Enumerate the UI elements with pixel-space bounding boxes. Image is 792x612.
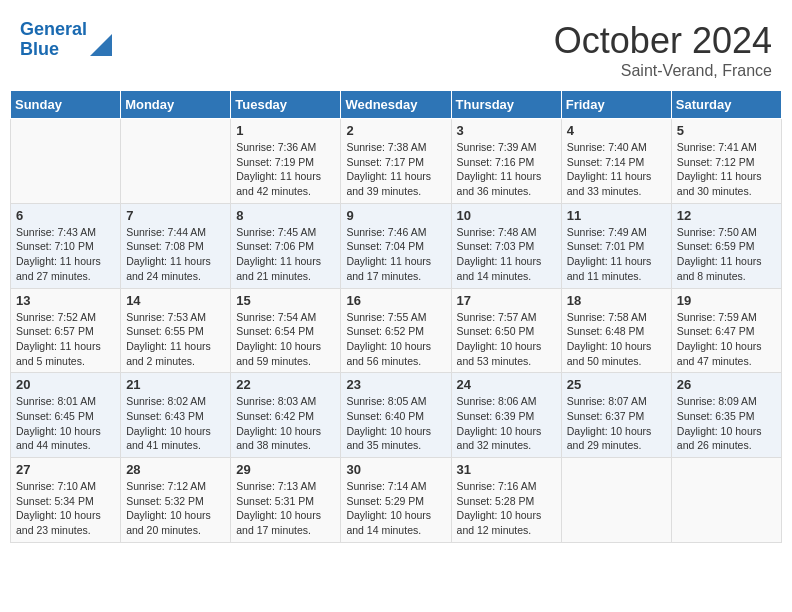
calendar-day-cell: 13Sunrise: 7:52 AM Sunset: 6:57 PM Dayli…	[11, 288, 121, 373]
day-of-week-header: Tuesday	[231, 91, 341, 119]
day-number: 11	[567, 208, 666, 223]
calendar-day-cell: 9Sunrise: 7:46 AM Sunset: 7:04 PM Daylig…	[341, 203, 451, 288]
day-number: 4	[567, 123, 666, 138]
title-block: October 2024 Saint-Verand, France	[554, 20, 772, 80]
logo: GeneralBlue	[20, 20, 112, 60]
day-info: Sunrise: 8:03 AM Sunset: 6:42 PM Dayligh…	[236, 394, 335, 453]
day-info: Sunrise: 8:06 AM Sunset: 6:39 PM Dayligh…	[457, 394, 556, 453]
day-number: 13	[16, 293, 115, 308]
day-of-week-header: Thursday	[451, 91, 561, 119]
day-number: 29	[236, 462, 335, 477]
day-of-week-header: Friday	[561, 91, 671, 119]
day-of-week-header: Saturday	[671, 91, 781, 119]
day-number: 25	[567, 377, 666, 392]
day-number: 18	[567, 293, 666, 308]
calendar-day-cell: 30Sunrise: 7:14 AM Sunset: 5:29 PM Dayli…	[341, 458, 451, 543]
day-number: 6	[16, 208, 115, 223]
day-number: 16	[346, 293, 445, 308]
day-number: 7	[126, 208, 225, 223]
page-header: GeneralBlue October 2024 Saint-Verand, F…	[10, 10, 782, 85]
day-info: Sunrise: 7:52 AM Sunset: 6:57 PM Dayligh…	[16, 310, 115, 369]
day-info: Sunrise: 7:54 AM Sunset: 6:54 PM Dayligh…	[236, 310, 335, 369]
day-number: 24	[457, 377, 556, 392]
day-info: Sunrise: 7:13 AM Sunset: 5:31 PM Dayligh…	[236, 479, 335, 538]
calendar-day-cell: 20Sunrise: 8:01 AM Sunset: 6:45 PM Dayli…	[11, 373, 121, 458]
page-subtitle: Saint-Verand, France	[554, 62, 772, 80]
day-number: 26	[677, 377, 776, 392]
day-info: Sunrise: 7:12 AM Sunset: 5:32 PM Dayligh…	[126, 479, 225, 538]
calendar-day-cell: 25Sunrise: 8:07 AM Sunset: 6:37 PM Dayli…	[561, 373, 671, 458]
day-info: Sunrise: 7:44 AM Sunset: 7:08 PM Dayligh…	[126, 225, 225, 284]
day-info: Sunrise: 7:14 AM Sunset: 5:29 PM Dayligh…	[346, 479, 445, 538]
calendar-day-cell: 10Sunrise: 7:48 AM Sunset: 7:03 PM Dayli…	[451, 203, 561, 288]
calendar-day-cell: 16Sunrise: 7:55 AM Sunset: 6:52 PM Dayli…	[341, 288, 451, 373]
calendar-day-cell: 18Sunrise: 7:58 AM Sunset: 6:48 PM Dayli…	[561, 288, 671, 373]
day-info: Sunrise: 8:09 AM Sunset: 6:35 PM Dayligh…	[677, 394, 776, 453]
calendar-day-cell: 6Sunrise: 7:43 AM Sunset: 7:10 PM Daylig…	[11, 203, 121, 288]
day-info: Sunrise: 7:45 AM Sunset: 7:06 PM Dayligh…	[236, 225, 335, 284]
svg-marker-0	[90, 34, 112, 56]
day-number: 27	[16, 462, 115, 477]
day-number: 8	[236, 208, 335, 223]
day-info: Sunrise: 7:53 AM Sunset: 6:55 PM Dayligh…	[126, 310, 225, 369]
day-number: 3	[457, 123, 556, 138]
calendar-day-cell: 15Sunrise: 7:54 AM Sunset: 6:54 PM Dayli…	[231, 288, 341, 373]
day-info: Sunrise: 7:48 AM Sunset: 7:03 PM Dayligh…	[457, 225, 556, 284]
day-number: 15	[236, 293, 335, 308]
calendar-day-cell: 21Sunrise: 8:02 AM Sunset: 6:43 PM Dayli…	[121, 373, 231, 458]
day-number: 2	[346, 123, 445, 138]
day-number: 1	[236, 123, 335, 138]
day-info: Sunrise: 7:40 AM Sunset: 7:14 PM Dayligh…	[567, 140, 666, 199]
calendar-day-cell	[11, 119, 121, 204]
calendar-day-cell: 27Sunrise: 7:10 AM Sunset: 5:34 PM Dayli…	[11, 458, 121, 543]
day-info: Sunrise: 7:46 AM Sunset: 7:04 PM Dayligh…	[346, 225, 445, 284]
calendar-day-cell: 8Sunrise: 7:45 AM Sunset: 7:06 PM Daylig…	[231, 203, 341, 288]
calendar-day-cell: 22Sunrise: 8:03 AM Sunset: 6:42 PM Dayli…	[231, 373, 341, 458]
calendar-day-cell: 23Sunrise: 8:05 AM Sunset: 6:40 PM Dayli…	[341, 373, 451, 458]
day-number: 14	[126, 293, 225, 308]
day-info: Sunrise: 7:38 AM Sunset: 7:17 PM Dayligh…	[346, 140, 445, 199]
day-info: Sunrise: 7:58 AM Sunset: 6:48 PM Dayligh…	[567, 310, 666, 369]
calendar-header-row: SundayMondayTuesdayWednesdayThursdayFrid…	[11, 91, 782, 119]
day-number: 22	[236, 377, 335, 392]
calendar-day-cell: 17Sunrise: 7:57 AM Sunset: 6:50 PM Dayli…	[451, 288, 561, 373]
day-info: Sunrise: 8:07 AM Sunset: 6:37 PM Dayligh…	[567, 394, 666, 453]
day-number: 5	[677, 123, 776, 138]
day-number: 10	[457, 208, 556, 223]
day-info: Sunrise: 8:02 AM Sunset: 6:43 PM Dayligh…	[126, 394, 225, 453]
calendar-day-cell	[121, 119, 231, 204]
calendar-table: SundayMondayTuesdayWednesdayThursdayFrid…	[10, 90, 782, 543]
day-info: Sunrise: 7:10 AM Sunset: 5:34 PM Dayligh…	[16, 479, 115, 538]
calendar-day-cell: 3Sunrise: 7:39 AM Sunset: 7:16 PM Daylig…	[451, 119, 561, 204]
day-info: Sunrise: 7:57 AM Sunset: 6:50 PM Dayligh…	[457, 310, 556, 369]
day-number: 21	[126, 377, 225, 392]
day-number: 31	[457, 462, 556, 477]
calendar-day-cell: 14Sunrise: 7:53 AM Sunset: 6:55 PM Dayli…	[121, 288, 231, 373]
logo-icon	[90, 28, 112, 56]
calendar-day-cell: 1Sunrise: 7:36 AM Sunset: 7:19 PM Daylig…	[231, 119, 341, 204]
day-number: 30	[346, 462, 445, 477]
page-title: October 2024	[554, 20, 772, 62]
calendar-day-cell	[561, 458, 671, 543]
day-number: 19	[677, 293, 776, 308]
logo-text: GeneralBlue	[20, 20, 87, 60]
day-info: Sunrise: 7:36 AM Sunset: 7:19 PM Dayligh…	[236, 140, 335, 199]
calendar-day-cell: 4Sunrise: 7:40 AM Sunset: 7:14 PM Daylig…	[561, 119, 671, 204]
calendar-day-cell: 5Sunrise: 7:41 AM Sunset: 7:12 PM Daylig…	[671, 119, 781, 204]
day-of-week-header: Sunday	[11, 91, 121, 119]
day-info: Sunrise: 8:01 AM Sunset: 6:45 PM Dayligh…	[16, 394, 115, 453]
day-number: 20	[16, 377, 115, 392]
day-info: Sunrise: 7:55 AM Sunset: 6:52 PM Dayligh…	[346, 310, 445, 369]
calendar-day-cell: 29Sunrise: 7:13 AM Sunset: 5:31 PM Dayli…	[231, 458, 341, 543]
day-of-week-header: Monday	[121, 91, 231, 119]
day-info: Sunrise: 8:05 AM Sunset: 6:40 PM Dayligh…	[346, 394, 445, 453]
calendar-week-row: 13Sunrise: 7:52 AM Sunset: 6:57 PM Dayli…	[11, 288, 782, 373]
day-info: Sunrise: 7:41 AM Sunset: 7:12 PM Dayligh…	[677, 140, 776, 199]
day-info: Sunrise: 7:50 AM Sunset: 6:59 PM Dayligh…	[677, 225, 776, 284]
day-info: Sunrise: 7:49 AM Sunset: 7:01 PM Dayligh…	[567, 225, 666, 284]
day-number: 12	[677, 208, 776, 223]
day-info: Sunrise: 7:59 AM Sunset: 6:47 PM Dayligh…	[677, 310, 776, 369]
calendar-week-row: 6Sunrise: 7:43 AM Sunset: 7:10 PM Daylig…	[11, 203, 782, 288]
calendar-day-cell: 11Sunrise: 7:49 AM Sunset: 7:01 PM Dayli…	[561, 203, 671, 288]
day-number: 17	[457, 293, 556, 308]
